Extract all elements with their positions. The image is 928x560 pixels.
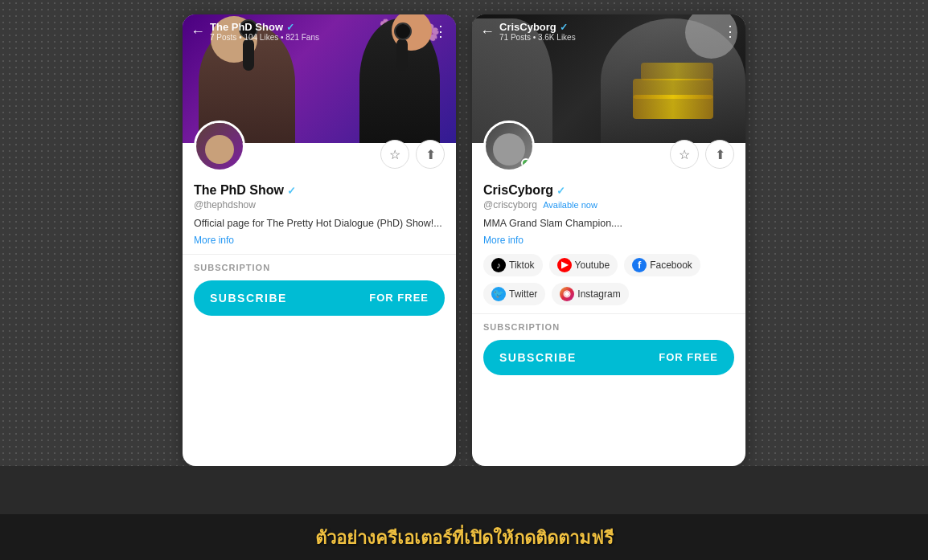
social-instagram[interactable]: ◉ Instagram — [552, 283, 628, 305]
phd-subscribe-text: SUBSCRIBE — [210, 292, 287, 305]
bottom-text-bar: ตัวอย่างครีเอเตอร์ที่เปิดให้กดติดตามฟรี — [0, 514, 928, 560]
cris-available-now: Available now — [543, 200, 597, 210]
social-twitter[interactable]: 🐦 Twitter — [483, 283, 545, 305]
online-indicator — [521, 158, 531, 168]
cris-divider — [472, 313, 745, 314]
tiktok-icon: ♪ — [491, 258, 506, 272]
cris-banner-stats: 71 Posts • 3.6K Likes — [499, 33, 576, 42]
cris-creator-name: CrisCyborg ✓ — [483, 183, 734, 198]
cris-banner-header: ← CrisCyborg ✓ 71 Posts • 3.6K Likes ⋮ — [472, 14, 745, 48]
phd-show-card: 🌸 🌸 🌸 ← — [183, 14, 456, 466]
cris-handle: @criscyborg Available now — [483, 199, 734, 211]
phd-star-button[interactable]: ☆ — [380, 140, 409, 169]
phd-banner-header: ← The PhD Show ✓ 7 Posts • 104 Likes • 8… — [183, 14, 456, 48]
instagram-label: Instagram — [577, 288, 620, 300]
facebook-label: Facebook — [650, 260, 692, 271]
cris-description: MMA Grand Slam Champion.... — [483, 217, 734, 231]
cris-share-button[interactable]: ⬆ — [705, 140, 734, 169]
cris-star-button[interactable]: ☆ — [670, 140, 699, 169]
cris-banner-title: CrisCyborg ✓ — [499, 21, 576, 33]
phd-banner-title: The PhD Show ✓ — [210, 21, 319, 33]
phd-for-free-text: FOR FREE — [369, 292, 429, 304]
cris-more-info[interactable]: More info — [483, 235, 734, 246]
cris-for-free-text: FOR FREE — [659, 351, 718, 363]
phd-action-buttons: ☆ ⬆ — [380, 140, 445, 172]
twitter-icon: 🐦 — [491, 287, 506, 301]
youtube-label: Youtube — [575, 260, 610, 271]
cris-back-button[interactable]: ← — [480, 23, 495, 40]
cris-avatar-row: ☆ ⬆ — [472, 121, 745, 177]
phd-subscribe-bar[interactable]: SUBSCRIBE FOR FREE — [194, 280, 445, 316]
cris-avatar — [483, 121, 535, 172]
cris-social-links: ♪ Tiktok ▶ Youtube f Facebook 🐦 Twitter … — [483, 254, 734, 305]
social-tiktok[interactable]: ♪ Tiktok — [483, 254, 543, 276]
twitter-label: Twitter — [509, 288, 537, 300]
youtube-icon: ▶ — [557, 258, 572, 272]
phd-more-options[interactable]: ⋮ — [433, 22, 448, 40]
cris-action-buttons: ☆ ⬆ — [670, 140, 734, 172]
phd-banner-stats: 7 Posts • 104 Likes • 821 Fans — [210, 33, 319, 42]
cris-verified-icon: ✓ — [560, 22, 568, 33]
phd-description: Official page for The Pretty Hot Dialogu… — [194, 217, 445, 231]
phd-avatar-row: ☆ ⬆ — [183, 121, 456, 177]
instagram-icon: ◉ — [560, 287, 574, 301]
social-facebook[interactable]: f Facebook — [624, 254, 700, 276]
cris-card-body: CrisCyborg ✓ @criscyborg Available now M… — [472, 177, 745, 386]
phd-subscription-label: SUBSCRIPTION — [194, 263, 445, 272]
bottom-thai-text: ตัวอย่างครีเอเตอร์ที่เปิดให้กดติดตามฟรี — [315, 528, 614, 548]
phd-avatar — [194, 121, 245, 172]
facebook-icon: f — [632, 258, 647, 272]
phd-share-button[interactable]: ⬆ — [416, 140, 445, 169]
phd-verified-badge: ✓ — [287, 185, 296, 197]
tiktok-label: Tiktok — [509, 260, 535, 271]
main-area: 🌸 🌸 🌸 ← — [0, 0, 928, 466]
reflection-area — [0, 466, 928, 514]
phd-divider — [183, 254, 456, 255]
phd-card-body: The PhD Show ✓ @thephdshow Official page… — [183, 177, 456, 327]
cris-subscribe-bar[interactable]: SUBSCRIBE FOR FREE — [483, 340, 734, 375]
social-youtube[interactable]: ▶ Youtube — [549, 254, 618, 276]
cris-more-options[interactable]: ⋮ — [723, 22, 737, 40]
phd-handle: @thephdshow — [194, 199, 445, 211]
phd-back-button[interactable]: ← — [191, 23, 205, 40]
cris-subscribe-text: SUBSCRIBE — [499, 351, 577, 364]
cris-verified-badge: ✓ — [556, 185, 565, 197]
phd-verified-icon: ✓ — [286, 22, 294, 33]
cris-cyborg-card: ← CrisCyborg ✓ 71 Posts • 3.6K Likes ⋮ — [472, 14, 745, 466]
phd-more-info[interactable]: More info — [194, 235, 445, 246]
cris-subscription-label: SUBSCRIPTION — [483, 322, 734, 332]
phd-creator-name: The PhD Show ✓ — [194, 183, 445, 198]
